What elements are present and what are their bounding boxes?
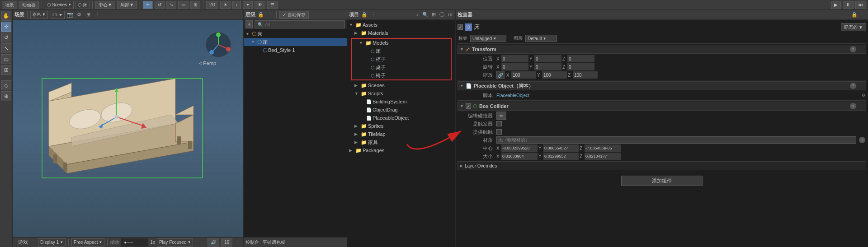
bc-menu[interactable]: ⋮ bbox=[860, 104, 864, 108]
project-scenes[interactable]: ▶ 📁 Scenes bbox=[347, 81, 455, 89]
rotate-tool-side[interactable]: ↺ bbox=[1, 33, 11, 42]
shading-dropdown[interactable]: 彩色 ▼ bbox=[30, 11, 48, 19]
step-btn[interactable]: ⏭ bbox=[855, 1, 866, 9]
scene-tab[interactable]: 场景 bbox=[2, 1, 17, 9]
2d-btn[interactable]: 2D bbox=[206, 1, 218, 9]
placeable-header[interactable]: ▼ 📄 Placeable Object（脚本） ? ⋮ bbox=[458, 81, 866, 90]
pos-z-field[interactable] bbox=[567, 55, 594, 62]
project-cabinet[interactable]: ⬡ 柜子 bbox=[352, 55, 451, 63]
fx-btn[interactable]: ✦ bbox=[243, 1, 253, 9]
project-materials[interactable]: ▶ 📁 Materials bbox=[347, 29, 455, 37]
center-x-field[interactable] bbox=[501, 144, 538, 152]
tag-dropdown[interactable]: Untagged ▼ bbox=[470, 35, 506, 42]
active-checkbox[interactable]: ✓ bbox=[458, 24, 463, 30]
settings-btn[interactable]: ⚙ bbox=[75, 11, 83, 19]
hierarchy-bed-item[interactable]: ▼ ⬡ 床 bbox=[244, 38, 347, 46]
scale-slider[interactable]: ●── bbox=[121, 238, 148, 247]
autosave-check[interactable]: ✓ 自动保存 bbox=[279, 11, 309, 19]
lock-inspector[interactable]: 🔒 bbox=[851, 11, 858, 19]
stats-btn[interactable]: 16 bbox=[221, 238, 232, 247]
hierarchy-scene-item[interactable]: ▼ ⬡ 床 bbox=[244, 30, 347, 38]
move-tool-side[interactable]: ✛ bbox=[1, 22, 11, 32]
active-object-label[interactable]: ⬡ 床 bbox=[75, 1, 90, 9]
script-value[interactable]: PlaceableObject bbox=[496, 93, 529, 98]
info-project-btn[interactable]: ⓘ bbox=[438, 11, 445, 19]
mute-btn[interactable]: 🔊 bbox=[208, 238, 219, 247]
kebab-scene[interactable]: ⋮ bbox=[94, 11, 101, 19]
animator-tab[interactable]: 动画器 bbox=[19, 1, 39, 9]
size-z-field[interactable] bbox=[585, 153, 621, 160]
move-tool[interactable]: ✛ bbox=[143, 1, 153, 9]
local-tool[interactable]: 局部▼ bbox=[117, 1, 137, 9]
rect-tool-side[interactable]: ▭ bbox=[1, 54, 11, 64]
lighting-btn[interactable]: ☀ bbox=[220, 1, 231, 9]
gizmo-btn[interactable]: ☰ bbox=[267, 1, 278, 9]
add-component-btn[interactable]: 添加组件 bbox=[621, 176, 703, 186]
project-models[interactable]: ▼ 📁 Models bbox=[352, 39, 451, 47]
pos-y-field[interactable] bbox=[534, 55, 561, 62]
lock-icon[interactable]: 🔒 bbox=[257, 11, 264, 19]
transform-header[interactable]: ▼ ⤢ Transform ? ⋮ bbox=[458, 45, 866, 54]
rotate-tool[interactable]: ↺ bbox=[155, 1, 165, 9]
search-project-btn[interactable]: 🔍 bbox=[422, 11, 429, 19]
hierarchy-body[interactable]: ▼ ⬡ 床 ▼ ⬡ 床 ⬡ Bed_Style 1 bbox=[244, 29, 347, 237]
console-tab[interactable]: 控制台 bbox=[245, 239, 259, 246]
audio-btn[interactable]: ♪ bbox=[232, 1, 241, 9]
display-dropdown[interactable]: Display 1 ▼ bbox=[38, 238, 66, 247]
static-dropdown[interactable]: 静态的 ▼ bbox=[841, 23, 866, 31]
scene-view-btn[interactable]: 👁 bbox=[255, 1, 265, 9]
size-x-field[interactable] bbox=[501, 153, 538, 160]
placeable-info[interactable]: ? bbox=[850, 83, 856, 89]
project-table[interactable]: ⬡ 桌子 bbox=[352, 63, 451, 71]
project-furniture[interactable]: ▶ 📁 家具 bbox=[347, 138, 455, 146]
pause-btn[interactable]: ⏸ bbox=[843, 1, 854, 9]
tilemap-tab[interactable]: 平铺调色板 bbox=[263, 239, 285, 246]
add-btn[interactable]: + bbox=[245, 20, 253, 28]
play-dropdown[interactable]: Play Focused ▼ bbox=[157, 238, 193, 247]
layer-dropdown[interactable]: Default ▼ bbox=[525, 35, 557, 42]
transform-info[interactable]: ? bbox=[850, 46, 856, 52]
rot-y-field[interactable] bbox=[534, 63, 561, 70]
project-assets[interactable]: ▼ 📁 Assets bbox=[347, 21, 455, 29]
scenes-dropdown[interactable]: ⬡ Scenes ▼ bbox=[45, 1, 74, 9]
transform-menu[interactable]: ⋮ bbox=[860, 47, 864, 51]
boxcollider-header[interactable]: ▼ ✓ ⬡ Box Collider ? ⋮ bbox=[458, 102, 866, 111]
game-kebab[interactable]: ⋮ bbox=[234, 239, 241, 246]
transform-tool-side[interactable]: ⊞ bbox=[1, 65, 11, 75]
center-tool[interactable]: 中心▼ bbox=[95, 1, 115, 9]
scale-tool[interactable]: ⤡ bbox=[166, 1, 176, 9]
hand-tool[interactable]: ✋ bbox=[1, 11, 11, 21]
pos-x-field[interactable] bbox=[501, 55, 528, 62]
scale-lock[interactable]: 🔗 bbox=[496, 71, 505, 79]
project-scripts[interactable]: ▼ 📁 Scripts bbox=[347, 89, 455, 98]
aspect-dropdown[interactable]: Free Aspect ▼ bbox=[71, 238, 104, 247]
project-objectdrag[interactable]: 📄 ObjectDrag bbox=[347, 106, 455, 114]
center-y-field[interactable] bbox=[543, 144, 579, 152]
custom-tool1[interactable]: ◇ bbox=[1, 80, 11, 90]
play-btn[interactable]: ▶ bbox=[831, 1, 841, 9]
project-packages[interactable]: ▶ 📁 Packages bbox=[347, 146, 455, 154]
layer-overrides-header[interactable]: ▶ Layer Overrides bbox=[458, 161, 866, 170]
project-buildingsystem[interactable]: 📄 BuildingSystem bbox=[347, 98, 455, 106]
rot-x-field[interactable] bbox=[501, 63, 528, 70]
scale-z-field[interactable] bbox=[573, 71, 598, 79]
scene-view[interactable]: < Persp bbox=[13, 20, 243, 237]
size-y-field[interactable] bbox=[543, 153, 579, 160]
scale-y-field[interactable] bbox=[542, 71, 567, 79]
search-bar[interactable]: 🔍 All bbox=[255, 20, 345, 28]
project-placeableobject[interactable]: 📄 PlaceableObject bbox=[347, 114, 455, 122]
scale-x-field[interactable] bbox=[511, 71, 536, 79]
center-z-field[interactable] bbox=[585, 144, 621, 152]
bc-checkbox[interactable]: ✓ bbox=[466, 103, 471, 109]
rect-tool[interactable]: ▭ bbox=[178, 1, 189, 9]
project-sprites[interactable]: ▶ 📁 Sprites bbox=[347, 122, 455, 130]
kebab-inspector[interactable]: ⋮ bbox=[859, 11, 866, 19]
bc-info[interactable]: ? bbox=[850, 103, 856, 109]
script-settings[interactable]: ⚙ bbox=[862, 93, 865, 98]
gizmo-btn-scene[interactable]: ⊞ bbox=[85, 11, 92, 19]
add-project-btn[interactable]: + bbox=[414, 11, 421, 19]
project-tilemap[interactable]: ▶ 📁 TileMap bbox=[347, 130, 455, 138]
rot-z-field[interactable] bbox=[567, 63, 594, 70]
render-dropdown[interactable]: 2D ▼ bbox=[50, 11, 65, 19]
scale-tool-side[interactable]: ⤡ bbox=[1, 43, 11, 53]
